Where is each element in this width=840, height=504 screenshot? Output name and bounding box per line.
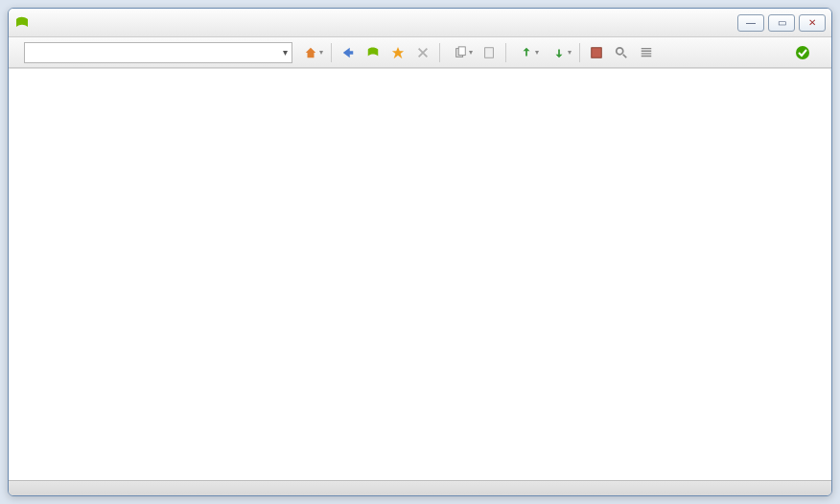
separator (439, 43, 440, 62)
home-button[interactable] (296, 42, 325, 63)
maximize-button[interactable]: ▭ (768, 14, 795, 32)
delete-button[interactable] (412, 42, 433, 63)
list-button[interactable] (636, 42, 657, 63)
check-icon (795, 45, 810, 60)
status-bar (9, 480, 831, 495)
svg-rect-2 (485, 47, 494, 57)
svg-point-4 (617, 47, 623, 54)
svg-rect-3 (592, 47, 602, 57)
toolbar (9, 37, 831, 68)
svg-rect-1 (458, 46, 465, 55)
star-button[interactable] (387, 42, 408, 63)
app-icon (14, 15, 30, 31)
close-button[interactable]: ✕ (799, 14, 826, 32)
separator (331, 43, 332, 62)
paste-button[interactable] (478, 42, 500, 63)
svg-point-5 (796, 46, 809, 59)
back-button[interactable] (338, 42, 359, 63)
title-bar: ― ▭ ✕ (9, 9, 831, 37)
profile-select[interactable] (24, 42, 292, 63)
app-window: ― ▭ ✕ (8, 8, 832, 496)
copy-button[interactable] (446, 42, 475, 63)
export-button[interactable] (512, 42, 541, 63)
window-controls: ― ▭ ✕ (737, 14, 826, 32)
main-area (9, 68, 831, 480)
magnify-button[interactable] (611, 42, 632, 63)
separator (579, 43, 580, 62)
settings-grid[interactable] (9, 69, 831, 480)
save-button[interactable] (586, 42, 607, 63)
import-button[interactable] (545, 42, 573, 63)
minimize-button[interactable]: ― (737, 14, 764, 32)
nvidia-button[interactable] (362, 42, 384, 63)
separator (505, 43, 506, 62)
apply-changes-button[interactable] (787, 41, 824, 64)
